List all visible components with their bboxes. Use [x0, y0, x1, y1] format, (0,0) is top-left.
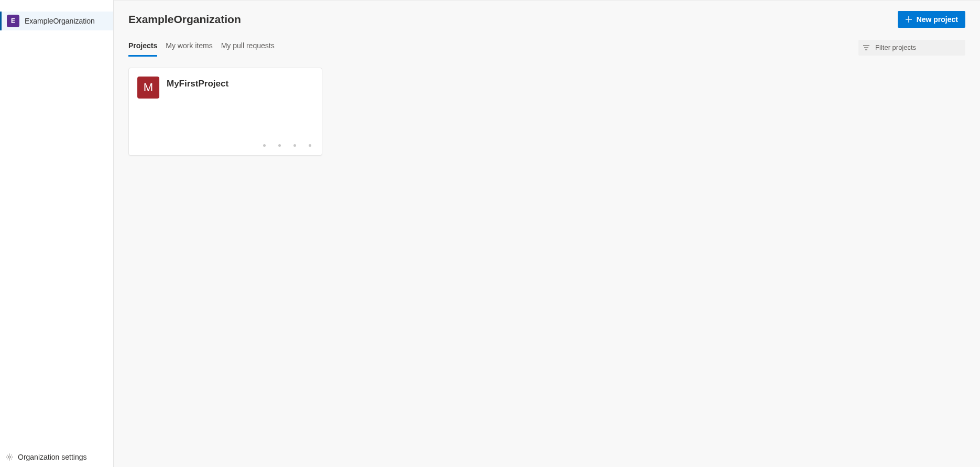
project-avatar: M: [137, 77, 159, 99]
projects-grid: M MyFirstProject: [128, 68, 965, 156]
card-spacer: [137, 99, 313, 144]
page-title: ExampleOrganization: [128, 13, 241, 26]
tab-my-work-items[interactable]: My work items: [166, 38, 212, 57]
organization-settings-link[interactable]: Organization settings: [0, 446, 113, 467]
svg-point-0: [8, 455, 10, 458]
tabs-row: Projects My work items My pull requests: [128, 38, 965, 57]
new-project-label: New project: [917, 15, 958, 24]
tabs: Projects My work items My pull requests: [128, 38, 275, 57]
filter-icon: [863, 44, 870, 52]
header-row: ExampleOrganization New project: [128, 11, 965, 28]
service-dot-icon: [278, 144, 281, 147]
gear-icon: [5, 453, 14, 461]
service-dot-icon: [309, 144, 311, 147]
main-content: ExampleOrganization New project Projects…: [114, 0, 980, 467]
service-dot-icon: [263, 144, 266, 147]
service-dot-icon: [293, 144, 296, 147]
project-name: MyFirstProject: [167, 79, 228, 89]
project-card-head: M MyFirstProject: [137, 77, 313, 99]
filter-projects-box[interactable]: [858, 40, 965, 56]
project-card[interactable]: M MyFirstProject: [128, 68, 322, 156]
sidebar-item-organization[interactable]: E ExampleOrganization: [0, 12, 113, 30]
app-root: E ExampleOrganization Organization setti…: [0, 0, 980, 467]
new-project-button[interactable]: New project: [898, 11, 965, 28]
sidebar: E ExampleOrganization Organization setti…: [0, 0, 114, 467]
tab-projects[interactable]: Projects: [128, 38, 157, 57]
sidebar-item-label: ExampleOrganization: [25, 17, 95, 25]
tab-my-pull-requests[interactable]: My pull requests: [221, 38, 275, 57]
filter-projects-input[interactable]: [874, 43, 961, 52]
plus-icon: [905, 16, 912, 23]
sidebar-top: E ExampleOrganization: [0, 0, 113, 30]
project-card-footer: [137, 144, 313, 147]
main-inner: ExampleOrganization New project Projects…: [114, 1, 980, 156]
organization-settings-label: Organization settings: [18, 453, 87, 461]
sidebar-spacer: [0, 30, 113, 446]
org-avatar: E: [7, 15, 19, 27]
